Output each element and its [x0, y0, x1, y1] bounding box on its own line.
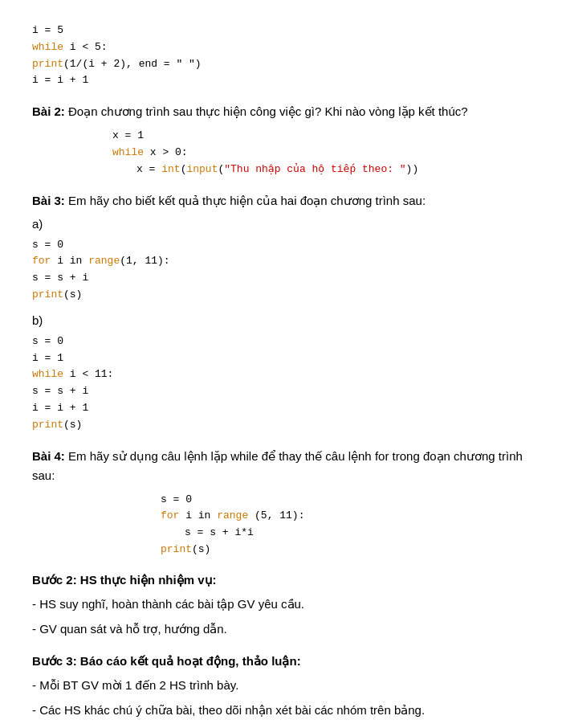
question-2: Bài 2: Đoạn chương trình sau thực hiện c…	[32, 102, 530, 121]
keyword-while-3b: while	[32, 368, 63, 380]
code-block-2: x = 1 while x > 0: x = int(input("Thu nh…	[32, 128, 530, 178]
code-block-3a: s = 0 for i in range(1, 11): s = s + i p…	[32, 237, 530, 304]
question-2-label: Bài 2:	[32, 104, 65, 118]
question-4: Bài 4: Em hãy sử dụng câu lệnh lặp while…	[32, 447, 530, 485]
sub-label-a: a)	[32, 217, 530, 231]
buoc3-bullet2: - Các HS khác chú ý chữa bài, theo dõi n…	[32, 700, 530, 721]
buoc3-bullet1: - Mỗi BT GV mời 1 đến 2 HS trình bày.	[32, 675, 530, 696]
keyword-print-3b: print	[32, 419, 63, 431]
buoc2-bullet1: - HS suy nghĩ, hoàn thành các bài tập GV…	[32, 594, 530, 615]
code-line-1: i = 5	[32, 22, 530, 39]
code-block-1: i = 5 while i < 5: print(1/(i + 2), end …	[32, 22, 530, 89]
code-block-3b: s = 0 i = 1 while i < 11: s = s + i i = …	[32, 333, 530, 434]
code3b-line1: s = 0	[32, 333, 530, 350]
code4-line3: s = s + i*i	[161, 525, 530, 542]
keyword-for-4: for	[161, 509, 179, 521]
code3b-line5: i = i + 1	[32, 400, 530, 417]
question-3-label: Bài 3:	[32, 194, 65, 207]
code3a-line1: s = 0	[32, 237, 530, 254]
question-4-label: Bài 4:	[32, 449, 65, 463]
buoc2-title: Bước 2: HS thực hiện nhiệm vụ:	[32, 573, 530, 587]
keyword-print: print	[32, 58, 63, 70]
code3a-line3: s = s + i	[32, 270, 530, 287]
string-val-2: "Thu nhập của hộ tiếp theo: "	[224, 163, 405, 175]
keyword-input: input	[186, 163, 218, 175]
buoc3-title: Bước 3: Báo cáo kết quả hoạt động, thảo …	[32, 654, 530, 669]
keyword-while: while	[32, 41, 63, 53]
sub-label-b: b)	[32, 313, 530, 327]
question-4-text: Em hãy sử dụng câu lệnh lặp while để tha…	[32, 449, 523, 482]
keyword-for-3a: for	[32, 255, 51, 267]
code4-line2: for i in range (5, 11):	[161, 508, 530, 525]
keyword-range-3a: range	[88, 255, 120, 267]
code2-line3: x = int(input("Thu nhập của hộ tiếp theo…	[112, 162, 530, 178]
code4-line4: print(s)	[161, 542, 530, 558]
code2-line2: while x > 0:	[112, 145, 530, 162]
code3b-line4: s = s + i	[32, 383, 530, 400]
question-3: Bài 3: Em hãy cho biết kết quả thực hiện…	[32, 191, 530, 211]
code-block-4: s = 0 for i in range (5, 11): s = s + i*…	[32, 492, 530, 558]
code3b-line2: i = 1	[32, 350, 530, 367]
keyword-int: int	[161, 163, 180, 175]
keyword-print-4: print	[161, 543, 192, 555]
code3a-line4: print(s)	[32, 287, 530, 304]
code-line-4: i = i + 1	[32, 72, 530, 89]
keyword-print-3a: print	[32, 288, 63, 301]
code3a-line2: for i in range(1, 11):	[32, 253, 530, 270]
question-2-text: Đoạn chương trình sau thực hiện công việ…	[65, 104, 468, 118]
code3b-line3: while i < 11:	[32, 366, 530, 383]
code4-line1: s = 0	[161, 492, 530, 509]
buoc2-bullet2: - GV quan sát và hỗ trợ, hướng dẫn.	[32, 619, 530, 640]
keyword-range-4: range	[217, 509, 248, 521]
code-line-2: while i < 5:	[32, 39, 530, 56]
question-3-text: Em hãy cho biết kết quả thực hiện của ha…	[65, 194, 426, 207]
code2-line1: x = 1	[112, 128, 530, 145]
code3b-line6: print(s)	[32, 417, 530, 434]
code-line-3: print(1/(i + 2), end = " ")	[32, 56, 530, 73]
keyword-while-2: while	[112, 146, 144, 158]
